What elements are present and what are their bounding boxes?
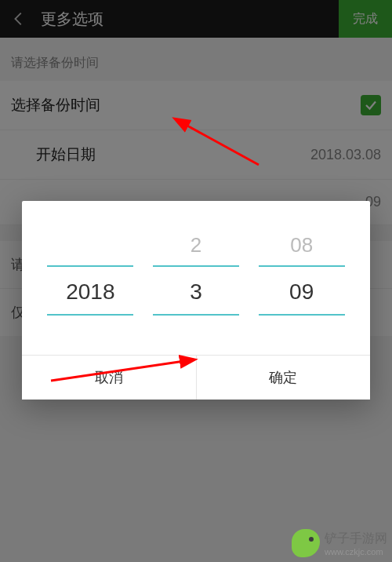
year-selected: 2018 [47,265,133,316]
month-prev: 2 [153,224,239,265]
day-selected: 09 [259,265,345,316]
month-selected: 3 [153,265,239,316]
cancel-button[interactable]: 取消 [22,356,196,400]
year-prev [47,224,133,265]
date-picker-dialog: 2018 2 3 08 09 取消 确定 [22,201,370,400]
month-column[interactable]: 2 3 [153,224,239,316]
picker-body: 2018 2 3 08 09 [22,201,370,355]
day-column[interactable]: 08 09 [259,224,345,316]
watermark-logo-icon [292,529,320,557]
dialog-buttons: 取消 确定 [22,355,370,400]
ok-button[interactable]: 确定 [196,356,371,400]
year-column[interactable]: 2018 [47,224,133,316]
watermark: 铲子手游网 www.czkjc.com [292,529,387,557]
day-prev: 08 [259,224,345,265]
watermark-url: www.czkjc.com [325,547,387,557]
watermark-brand: 铲子手游网 [325,531,387,547]
